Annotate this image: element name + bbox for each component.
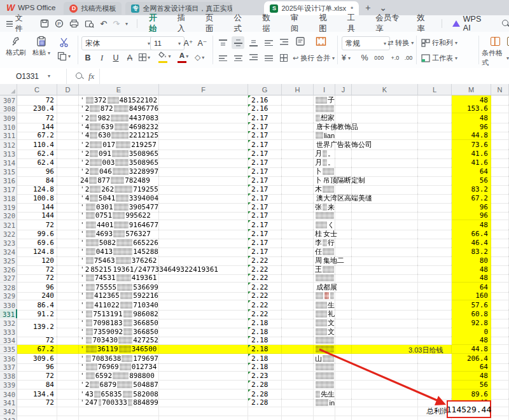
- row-header[interactable]: 337: [0, 363, 17, 372]
- cell[interactable]: [314, 416, 335, 420]
- cell[interactable]: [352, 211, 418, 220]
- cell[interactable]: [314, 345, 335, 354]
- cell[interactable]: 56: [452, 381, 491, 389]
- cell[interactable]: 44.8: [452, 131, 491, 140]
- cell[interactable]: [57, 211, 79, 220]
- cell[interactable]: [314, 274, 335, 283]
- cell[interactable]: [352, 398, 418, 407]
- distribute-button[interactable]: [277, 52, 290, 64]
- cell[interactable]: [159, 407, 248, 416]
- percent-button[interactable]: %: [358, 52, 371, 64]
- cell[interactable]: lian: [314, 131, 335, 140]
- cell[interactable]: [57, 274, 79, 283]
- cell[interactable]: [159, 291, 248, 300]
- cell[interactable]: '6592898800: [79, 372, 159, 381]
- cell[interactable]: [57, 131, 79, 140]
- cell[interactable]: '74531419361: [79, 274, 159, 283]
- cell[interactable]: [314, 381, 335, 389]
- column-header-G[interactable]: G: [248, 84, 282, 95]
- cell[interactable]: 48: [452, 274, 491, 283]
- cell[interactable]: [335, 416, 352, 420]
- cell[interactable]: [352, 104, 418, 113]
- cell[interactable]: 2.18: [248, 345, 282, 354]
- cell[interactable]: [418, 416, 452, 420]
- cell[interactable]: [282, 345, 314, 354]
- cell[interactable]: [282, 407, 314, 416]
- cond-format-big-icon[interactable]: [489, 35, 501, 48]
- cell[interactable]: [352, 416, 418, 420]
- cell[interactable]: 总利润: [418, 407, 452, 416]
- cell[interactable]: 96: [452, 211, 491, 220]
- cell[interactable]: [335, 363, 352, 372]
- cell[interactable]: '76969012734: [79, 363, 159, 372]
- paste-button[interactable]: 粘贴 ▾: [29, 35, 53, 57]
- row-header[interactable]: 308: [0, 104, 17, 113]
- strikethrough-button[interactable]: A: [123, 52, 136, 64]
- cell[interactable]: [248, 416, 282, 420]
- wrap-text-button[interactable]: ↩ 换行: [293, 52, 314, 64]
- cell[interactable]: [57, 416, 79, 420]
- cell[interactable]: 72: [17, 398, 57, 407]
- italic-button[interactable]: I: [95, 52, 108, 64]
- cell[interactable]: [17, 416, 57, 420]
- print-preview-icon[interactable]: [85, 19, 94, 28]
- wps-ai-button[interactable]: WPS AI: [446, 15, 493, 32]
- row-header[interactable]: 343: [0, 416, 17, 420]
- cell[interactable]: [335, 291, 352, 300]
- cell[interactable]: [159, 211, 248, 220]
- cell[interactable]: [491, 363, 509, 372]
- align-top-button[interactable]: [216, 36, 229, 49]
- cell[interactable]: 240: [17, 291, 57, 300]
- cell[interactable]: [335, 131, 352, 140]
- cell[interactable]: [491, 291, 509, 300]
- cell[interactable]: 48: [452, 336, 491, 345]
- cell[interactable]: [57, 398, 79, 407]
- merge-center-big-icon[interactable]: [314, 35, 327, 48]
- cell[interactable]: [57, 407, 79, 416]
- cell[interactable]: 67.2: [17, 345, 57, 354]
- cell[interactable]: [248, 407, 282, 416]
- cell[interactable]: [159, 345, 248, 354]
- align-right-button[interactable]: [247, 52, 260, 64]
- cell[interactable]: [352, 274, 418, 283]
- clear-format-button[interactable]: ◇▾: [195, 53, 204, 62]
- cell[interactable]: 2.28: [248, 398, 282, 407]
- print-icon[interactable]: [69, 19, 79, 28]
- cell[interactable]: '247700333884899: [79, 398, 159, 407]
- column-header-I[interactable]: I: [314, 84, 335, 95]
- cell[interactable]: 72: [17, 274, 57, 283]
- column-header-C[interactable]: C: [17, 84, 57, 95]
- cell[interactable]: '28728496776: [79, 104, 159, 113]
- align-bottom-button[interactable]: [247, 36, 260, 49]
- cell[interactable]: [57, 345, 79, 354]
- cell[interactable]: [418, 104, 452, 113]
- search-icon[interactable]: [502, 20, 509, 27]
- number-format-select[interactable]: 常规▾: [342, 36, 390, 50]
- column-header-J[interactable]: J: [335, 84, 352, 95]
- cell[interactable]: [79, 416, 159, 420]
- rows-cols-button[interactable]: 行和列▾: [421, 36, 457, 49]
- cell[interactable]: [491, 336, 509, 345]
- cell[interactable]: [159, 131, 248, 140]
- cell[interactable]: in: [314, 398, 335, 407]
- cell[interactable]: 2.28: [248, 381, 282, 389]
- formula-input[interactable]: [100, 69, 509, 84]
- worksheet-button[interactable]: 工作表▾: [421, 52, 457, 64]
- save-icon[interactable]: [40, 19, 49, 28]
- cell[interactable]: [335, 211, 352, 220]
- cell[interactable]: [335, 345, 352, 354]
- cell[interactable]: [491, 416, 509, 420]
- borders-button[interactable]: ▾: [139, 53, 150, 61]
- decrease-font-button[interactable]: A⁻: [196, 36, 209, 49]
- cell[interactable]: '46302212125: [79, 131, 159, 140]
- row-header[interactable]: 341: [0, 398, 17, 407]
- fill-color-button[interactable]: ▾: [157, 52, 173, 64]
- cell[interactable]: [57, 363, 79, 372]
- cell[interactable]: [57, 372, 79, 381]
- format-painter-button[interactable]: 格式刷: [4, 35, 28, 57]
- cell[interactable]: [491, 211, 509, 220]
- cell[interactable]: [159, 372, 248, 381]
- cell[interactable]: [491, 274, 509, 283]
- cell[interactable]: 84: [17, 381, 57, 389]
- column-header-N[interactable]: N: [491, 84, 509, 95]
